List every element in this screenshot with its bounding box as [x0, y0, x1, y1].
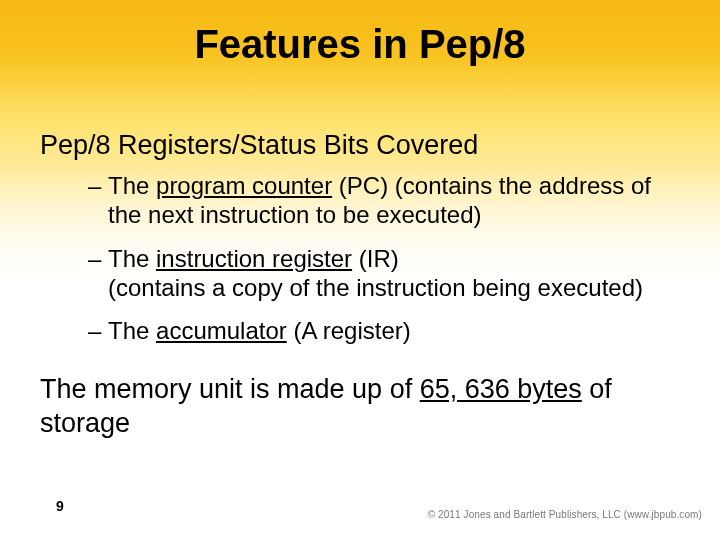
bullet-dash-icon: – — [88, 316, 108, 345]
bullet-item: –The accumulator (A register) — [40, 316, 680, 345]
bullet-text-pre: The — [108, 317, 156, 344]
bullet-text-pre: The — [108, 245, 156, 272]
bullet-item: –The program counter (PC) (contains the … — [40, 171, 680, 230]
bullet-text-underlined: program counter — [156, 172, 332, 199]
bullet-text-post: (A register) — [287, 317, 411, 344]
page-number: 9 — [56, 498, 64, 514]
para-text-underlined: 65, 636 bytes — [420, 374, 582, 404]
bullet-text-pre: The — [108, 172, 156, 199]
slide: Features in Pep/8 Pep/8 Registers/Status… — [0, 0, 720, 540]
copyright-text: © 2011 Jones and Bartlett Publishers, LL… — [428, 509, 702, 520]
bullet-text-underlined: accumulator — [156, 317, 287, 344]
bullet-dash-icon: – — [88, 171, 108, 200]
subheading: Pep/8 Registers/Status Bits Covered — [40, 130, 680, 161]
para-text-pre: The memory unit is made up of — [40, 374, 420, 404]
paragraph: The memory unit is made up of 65, 636 by… — [40, 373, 680, 441]
slide-title: Features in Pep/8 — [0, 22, 720, 67]
bullet-dash-icon: – — [88, 244, 108, 273]
slide-body: Pep/8 Registers/Status Bits Covered –The… — [40, 130, 680, 441]
bullet-text-underlined: instruction register — [156, 245, 352, 272]
bullet-item: –The instruction register (IR) (contains… — [40, 244, 680, 303]
